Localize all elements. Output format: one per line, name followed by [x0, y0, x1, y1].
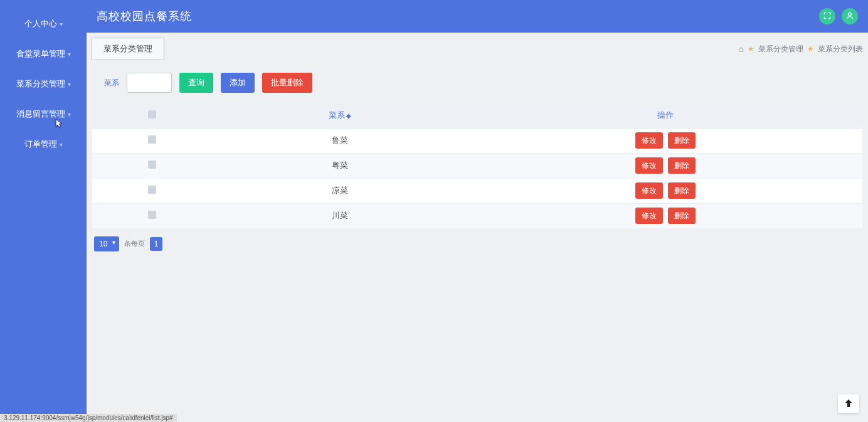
- star-icon: ★: [807, 45, 814, 53]
- select-all-header[interactable]: [92, 103, 211, 128]
- chevron-down-icon: ▾: [68, 51, 71, 58]
- sidebar-item-order-mgr[interactable]: 订单管理 ▾: [0, 129, 87, 159]
- sidebar-item-profile[interactable]: 个人中心 ▾: [0, 9, 87, 39]
- checkbox-icon[interactable]: [148, 211, 156, 219]
- topbar-actions: [819, 8, 858, 24]
- column-header-category[interactable]: 菜系◆: [211, 103, 468, 128]
- category-table: 菜系◆ 操作 鲁菜修改删除粤菜修改删除凉菜修改删除川菜修改删除: [92, 103, 862, 229]
- delete-button[interactable]: 删除: [668, 132, 696, 149]
- sort-icon: ◆: [346, 112, 351, 119]
- arrow-up-icon: [843, 398, 854, 411]
- row-action-cell: 修改删除: [468, 178, 862, 203]
- app-title: 高校校园点餐系统: [97, 9, 192, 24]
- status-bar-url: 3.129.11.174:9004/ssmjw54g/jsp/modules/c…: [0, 414, 177, 422]
- filter-label: 菜系: [104, 78, 119, 88]
- chevron-down-icon: ▾: [68, 111, 71, 118]
- checkbox-icon[interactable]: [148, 161, 156, 169]
- edit-button[interactable]: 修改: [635, 182, 663, 199]
- page-header: 菜系分类管理 ⌂ ★ 菜系分类管理 ★ 菜系分类列表: [92, 38, 863, 60]
- per-page-select-wrap[interactable]: 10: [94, 236, 119, 251]
- sidebar: 个人中心 ▾ 食堂菜单管理 ▾ 菜系分类管理 ▾ 消息留言管理 ▾ 订单管理 ▾: [0, 0, 87, 422]
- delete-button[interactable]: 删除: [668, 182, 696, 199]
- star-icon: ★: [748, 45, 754, 53]
- page-tab[interactable]: 菜系分类管理: [92, 38, 164, 60]
- sidebar-item-label: 消息留言管理: [16, 108, 65, 120]
- edit-button[interactable]: 修改: [635, 208, 663, 224]
- pager: 10 条每页 1: [94, 236, 860, 251]
- scroll-to-top-button[interactable]: [838, 394, 859, 413]
- batch-delete-button[interactable]: 批量删除: [262, 73, 312, 93]
- row-action-cell: 修改删除: [468, 128, 862, 153]
- sidebar-item-menu-mgr[interactable]: 食堂菜单管理 ▾: [0, 39, 87, 69]
- table-row: 川菜修改删除: [92, 203, 862, 228]
- row-category-cell: 凉菜: [211, 178, 468, 203]
- table-row: 凉菜修改删除: [92, 178, 862, 203]
- page-number[interactable]: 1: [150, 237, 162, 251]
- chevron-down-icon: ▾: [60, 141, 63, 148]
- breadcrumb: ⌂ ★ 菜系分类管理 ★ 菜系分类列表: [739, 44, 863, 55]
- row-select-cell[interactable]: [92, 203, 211, 228]
- row-category-cell: 鲁菜: [211, 128, 468, 153]
- edit-button[interactable]: 修改: [635, 157, 663, 174]
- sidebar-item-label: 订单管理: [24, 139, 57, 150]
- sidebar-item-label: 个人中心: [24, 18, 57, 29]
- breadcrumb-item[interactable]: 菜系分类管理: [758, 44, 803, 55]
- home-icon[interactable]: ⌂: [739, 44, 744, 54]
- topbar: 高校校园点餐系统: [87, 0, 868, 33]
- checkbox-icon[interactable]: [148, 135, 156, 144]
- column-header-action: 操作: [468, 103, 862, 128]
- row-action-cell: 修改删除: [468, 203, 862, 228]
- sidebar-item-category-mgr[interactable]: 菜系分类管理 ▾: [0, 69, 87, 99]
- delete-button[interactable]: 删除: [668, 208, 696, 224]
- search-button[interactable]: 查询: [179, 73, 213, 93]
- category-search-input[interactable]: [127, 73, 172, 93]
- table-row: 粤菜修改删除: [92, 153, 862, 178]
- breadcrumb-item[interactable]: 菜系分类列表: [818, 44, 863, 55]
- row-select-cell[interactable]: [92, 128, 211, 153]
- svg-point-0: [849, 13, 852, 16]
- chevron-down-icon: ▾: [60, 21, 63, 28]
- chevron-down-icon: ▾: [68, 81, 71, 88]
- expand-icon: [823, 11, 832, 22]
- checkbox-icon[interactable]: [148, 186, 156, 194]
- user-icon: [845, 11, 854, 22]
- row-select-cell[interactable]: [92, 153, 211, 178]
- row-select-cell[interactable]: [92, 178, 211, 203]
- checkbox-icon[interactable]: [148, 110, 156, 119]
- sidebar-item-label: 菜系分类管理: [16, 78, 65, 90]
- table-header-row: 菜系◆ 操作: [92, 103, 862, 128]
- edit-button[interactable]: 修改: [635, 132, 663, 149]
- sidebar-item-label: 食堂菜单管理: [16, 48, 65, 60]
- filter-bar: 菜系 查询 添加 批量删除: [92, 65, 863, 103]
- row-category-cell: 粤菜: [211, 153, 468, 178]
- table-row: 鲁菜修改删除: [92, 128, 862, 153]
- row-action-cell: 修改删除: [468, 153, 862, 178]
- delete-button[interactable]: 删除: [668, 157, 696, 174]
- per-page-select[interactable]: 10: [94, 236, 119, 251]
- sidebar-item-message-mgr[interactable]: 消息留言管理 ▾: [0, 99, 87, 129]
- per-page-label: 条每页: [124, 239, 145, 248]
- fullscreen-button[interactable]: [819, 8, 835, 24]
- row-category-cell: 川菜: [211, 203, 468, 228]
- user-button[interactable]: [842, 8, 858, 24]
- add-button[interactable]: 添加: [221, 73, 255, 93]
- main-content: 菜系分类管理 ⌂ ★ 菜系分类管理 ★ 菜系分类列表 菜系 查询 添加 批量删除…: [87, 33, 868, 422]
